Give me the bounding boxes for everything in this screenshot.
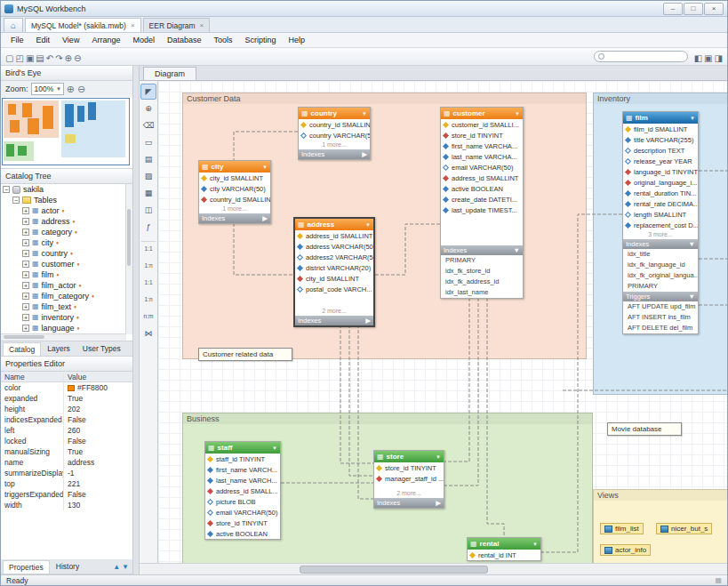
minimize-button[interactable]: – <box>663 3 683 15</box>
relationship-connector[interactable] <box>444 298 478 486</box>
expander-icon[interactable]: + <box>22 314 29 321</box>
triggers-item[interactable]: AFT DELETE del_film <box>623 323 698 333</box>
triggers-section-bar[interactable]: Triggers▼ <box>623 292 698 301</box>
zoom-out-toolbar-icon[interactable]: ⊖ <box>74 53 81 63</box>
relationship-connector[interactable] <box>444 298 469 462</box>
tab-close-icon[interactable]: × <box>200 21 204 29</box>
collapse-icon[interactable]: ▼ <box>690 116 695 121</box>
indexes-section-bar[interactable]: Indexes▶ <box>374 498 444 508</box>
triggers-item[interactable]: AFT INSERT ins_film <box>623 312 698 323</box>
collapse-icon[interactable]: ▼ <box>689 293 695 301</box>
column-row[interactable]: picture BLOB <box>205 496 280 507</box>
column-row[interactable]: city_id SMALLINT <box>295 273 373 284</box>
property-value[interactable]: address <box>63 457 132 468</box>
table-header[interactable]: ▦rental▼ <box>468 538 540 550</box>
view-tool[interactable]: ◫ <box>140 202 156 218</box>
rel-1-n-non-identifying-tool[interactable]: 1:n <box>140 258 156 274</box>
column-row[interactable]: store_id TINYINT <box>205 518 280 528</box>
tab-user-types[interactable]: User Types <box>76 341 127 356</box>
expander-icon[interactable]: + <box>22 282 29 289</box>
property-value[interactable]: #FF8800 <box>63 382 132 393</box>
expand-icon[interactable]: ▶ <box>436 499 441 507</box>
property-value[interactable]: False <box>63 414 132 425</box>
column-row[interactable]: email VARCHAR(50) <box>205 507 280 518</box>
scrollbar-thumb[interactable] <box>4 335 44 339</box>
table-store[interactable]: ▦store▼store_id TINYINTmanager_staff_id … <box>373 450 444 509</box>
column-row[interactable]: customer_id SMALLI... <box>441 119 523 130</box>
birds-eye-minimap[interactable] <box>1 97 132 169</box>
expander-icon[interactable]: − <box>3 186 10 193</box>
column-row[interactable]: rental_duration TIN... <box>623 188 698 198</box>
zoom-in-toolbar-icon[interactable]: ⊕ <box>65 53 72 63</box>
tree-item-film-category[interactable]: +▦film_category♦ <box>1 291 132 301</box>
property-value[interactable]: 130 <box>63 500 132 510</box>
collapse-icon[interactable]: ▼ <box>514 246 520 254</box>
column-row[interactable]: create_date DATETI... <box>441 194 523 205</box>
zoom-select[interactable]: 100%▾ <box>31 83 64 95</box>
table-tool[interactable]: ▦ <box>140 185 156 201</box>
view-actor-info[interactable]: actor_info <box>600 544 651 556</box>
column-row[interactable]: address_id SMALLINT <box>441 173 523 183</box>
expander-icon[interactable]: + <box>22 261 29 268</box>
column-row[interactable]: original_language_i... <box>623 177 698 188</box>
rel-1-n-identifying-tool[interactable]: 1:n <box>140 292 156 308</box>
collapse-icon[interactable]: ▼ <box>515 111 520 116</box>
table-header[interactable]: ▦address▼ <box>295 219 373 230</box>
expand-icon[interactable]: ▶ <box>365 317 371 325</box>
property-value[interactable]: -1 <box>63 468 132 478</box>
column-row[interactable]: store_id TINYINT <box>441 130 523 140</box>
property-value[interactable]: True <box>63 446 132 457</box>
table-address[interactable]: ▦address▼address_id SMALLINTaddress VARC… <box>293 217 375 327</box>
expander-icon[interactable]: + <box>22 250 29 257</box>
tab-layers[interactable]: Layers <box>41 341 76 356</box>
column-row[interactable]: first_name VARCHA... <box>441 140 523 151</box>
indexes-section-bar[interactable]: Indexes▼ <box>441 245 523 255</box>
indexes-item[interactable]: PRIMARY <box>441 255 523 266</box>
collapse-icon[interactable]: ▼ <box>436 454 441 460</box>
rel-1-1-non-identifying-tool[interactable]: 1:1 <box>140 241 156 257</box>
column-row[interactable]: address_id SMALLINT <box>295 230 373 241</box>
undo-icon[interactable]: ↶ <box>46 53 53 63</box>
save-document-icon[interactable]: ▣ <box>26 53 34 63</box>
minimap-viewport[interactable] <box>2 98 130 165</box>
relationship-connector[interactable] <box>358 325 373 499</box>
open-document-icon[interactable]: ◰ <box>15 53 23 63</box>
note-movie-database[interactable]: Movie database <box>607 422 682 436</box>
column-row[interactable]: release_year YEAR <box>623 156 698 166</box>
relationship-connector[interactable] <box>234 223 293 275</box>
expander-icon[interactable]: + <box>22 271 29 278</box>
column-row[interactable]: manager_staff_id ... <box>374 473 444 484</box>
menu-arrange[interactable]: Arrange <box>85 33 126 47</box>
expand-icon[interactable]: ▶ <box>362 150 367 158</box>
tree-item-country[interactable]: +▦country♦ <box>1 248 132 259</box>
relationship-connector[interactable] <box>340 325 373 463</box>
column-row[interactable]: address VARCHAR(50) <box>295 241 373 252</box>
property-value[interactable]: 221 <box>63 478 132 489</box>
tab-properties[interactable]: Properties <box>3 560 50 574</box>
collapse-icon[interactable]: ▼ <box>532 542 538 547</box>
tree-horizontal-scrollbar[interactable] <box>1 333 126 341</box>
tab-close-icon[interactable]: × <box>131 21 135 29</box>
table-header[interactable]: ▦customer▼ <box>441 108 523 119</box>
toggle-bottom-panel-icon[interactable]: ▣ <box>704 53 712 63</box>
tab-eer-diagram[interactable]: EER Diagram × <box>143 18 211 32</box>
menu-file[interactable]: File <box>4 33 30 47</box>
indexes-item[interactable]: idx_fk_address_id <box>441 277 523 287</box>
menu-tools[interactable]: Tools <box>207 33 238 47</box>
search-input[interactable] <box>594 51 688 62</box>
column-row[interactable]: rental_rate DECIMA... <box>623 198 698 209</box>
select-tool[interactable]: ◤ <box>140 84 156 100</box>
rel-existing-columns-tool[interactable]: ⋈ <box>140 325 156 341</box>
scroll-down-icon[interactable]: ▼ <box>122 563 129 571</box>
column-row[interactable]: description TEXT <box>623 145 698 156</box>
redo-icon[interactable]: ↷ <box>55 53 62 63</box>
expander-icon[interactable]: + <box>22 229 29 236</box>
tree-item-film[interactable]: +▦film♦ <box>1 269 132 280</box>
column-row[interactable]: title VARCHAR(255) <box>623 134 698 145</box>
column-row[interactable]: city_id SMALLINT <box>199 173 270 183</box>
column-row[interactable]: staff_id TINYINT <box>205 454 280 464</box>
home-tab[interactable]: ⌂ <box>4 18 23 32</box>
tree-item-film-text[interactable]: +▦film_text♦ <box>1 301 132 312</box>
diagram-canvas[interactable]: Customer DataInventoryBusinessViews▦coun… <box>158 81 727 563</box>
indexes-section-bar[interactable]: Indexes▶ <box>199 213 270 223</box>
